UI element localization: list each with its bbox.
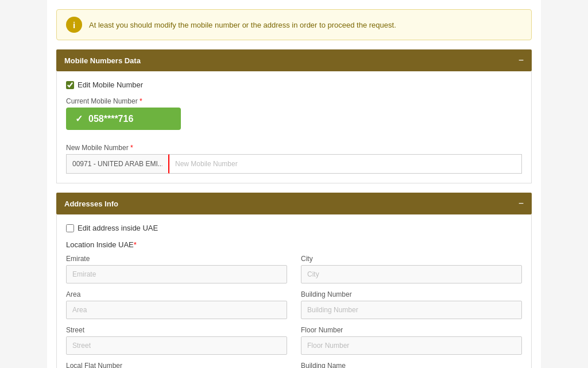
mobile-collapse-icon[interactable]: − xyxy=(519,55,524,66)
current-mobile-label: Current Mobile Number * xyxy=(66,97,522,105)
info-icon: i xyxy=(66,17,82,33)
floor-number-label: Floor Number xyxy=(301,326,522,334)
address-collapse-icon[interactable]: − xyxy=(519,198,524,209)
building-number-input[interactable] xyxy=(301,301,522,319)
building-name-label: Building Name xyxy=(301,362,522,368)
building-name-field: Building Name xyxy=(301,362,522,368)
edit-mobile-label: Edit Mobile Number xyxy=(78,80,143,89)
new-mobile-row xyxy=(66,154,522,174)
mobile-numbers-section: Mobile Numbers Data − Edit Mobile Number… xyxy=(56,49,532,183)
addresses-section: Addresses Info − Edit address inside UAE… xyxy=(56,193,532,368)
country-code-input[interactable] xyxy=(66,154,169,174)
local-flat-label: Local Flat Number xyxy=(66,362,287,368)
area-input[interactable] xyxy=(66,301,287,319)
address-section-title: Addresses Info xyxy=(64,200,118,208)
city-field: City xyxy=(301,255,522,283)
area-field: Area xyxy=(66,290,287,319)
address-section-header: Addresses Info − xyxy=(56,193,532,214)
edit-address-label: Edit address inside UAE xyxy=(78,224,158,232)
street-input[interactable] xyxy=(66,336,287,355)
current-mobile-value: 058****716 xyxy=(88,114,133,124)
check-icon: ✓ xyxy=(75,113,83,124)
mobile-section-header: Mobile Numbers Data − xyxy=(56,49,532,71)
new-mobile-input[interactable] xyxy=(169,154,522,174)
edit-address-checkbox-row: Edit address inside UAE xyxy=(66,224,522,232)
new-mobile-label-text: New Mobile Number * xyxy=(66,144,522,152)
location-label: Location Inside UAE* xyxy=(66,240,522,249)
new-mobile-field: New Mobile Number * xyxy=(66,144,522,174)
city-label: City xyxy=(301,255,522,263)
city-input[interactable] xyxy=(301,265,522,283)
street-field: Street xyxy=(66,326,287,355)
address-section-content: Edit address inside UAE Location Inside … xyxy=(56,214,532,368)
page-wrapper: i At least you should modify the mobile … xyxy=(47,0,541,368)
edit-mobile-checkbox-row: Edit Mobile Number xyxy=(66,80,522,89)
info-text: At least you should modify the mobile nu… xyxy=(89,21,396,29)
floor-number-field: Floor Number xyxy=(301,326,522,355)
emirate-field: Emirate xyxy=(66,255,287,283)
building-number-field: Building Number xyxy=(301,290,522,319)
mobile-section-content: Edit Mobile Number Current Mobile Number… xyxy=(56,71,532,183)
current-mobile-display: ✓ 058****716 xyxy=(66,108,181,130)
local-flat-field: Local Flat Number xyxy=(66,362,287,368)
mobile-section-title: Mobile Numbers Data xyxy=(64,56,141,65)
edit-mobile-checkbox[interactable] xyxy=(66,81,74,89)
edit-address-checkbox[interactable] xyxy=(66,224,74,232)
address-form-grid: Emirate City Area Building Number xyxy=(66,255,522,368)
info-banner: i At least you should modify the mobile … xyxy=(56,9,532,40)
emirate-label: Emirate xyxy=(66,255,287,263)
area-label: Area xyxy=(66,290,287,298)
street-label: Street xyxy=(66,326,287,334)
floor-number-input[interactable] xyxy=(301,336,522,355)
emirate-input[interactable] xyxy=(66,265,287,283)
building-number-label: Building Number xyxy=(301,290,522,298)
